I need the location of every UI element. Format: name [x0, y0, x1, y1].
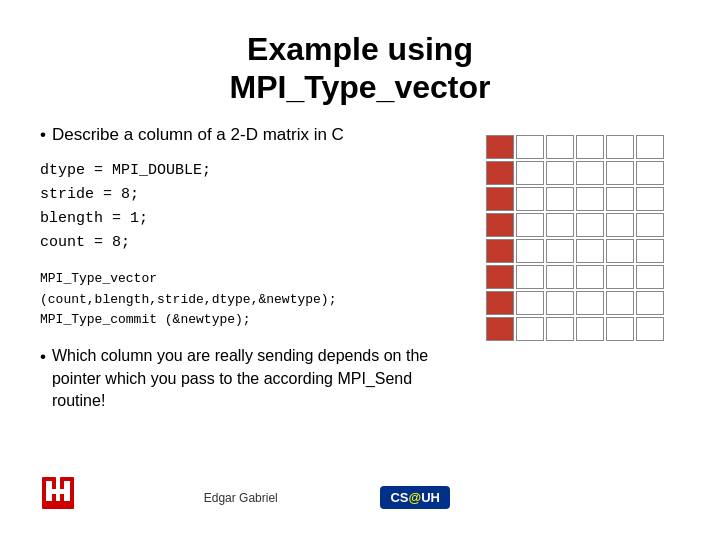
content-area: • Describe a column of a 2-D matrix in C… — [40, 125, 680, 520]
svg-rect-5 — [46, 489, 70, 494]
matrix-grid — [486, 135, 664, 341]
code-block: dtype = MPI_DOUBLE; stride = 8; blength … — [40, 159, 450, 255]
code-line-4: count = 8; — [40, 231, 450, 255]
grid-cell — [576, 213, 604, 237]
grid-cell — [516, 317, 544, 341]
author-text: Edgar Gabriel — [204, 491, 278, 505]
cs-uh-badge: CS@UH — [380, 486, 450, 509]
cs-text: CS — [390, 490, 408, 505]
grid-cell — [516, 135, 544, 159]
grid-cell — [546, 187, 574, 211]
grid-cell — [606, 213, 634, 237]
code-line-3: blength = 1; — [40, 207, 450, 231]
grid-cell — [516, 265, 544, 289]
grid-cell — [576, 135, 604, 159]
grid-cell — [606, 291, 634, 315]
code-line-1: dtype = MPI_DOUBLE; — [40, 159, 450, 183]
grid-cell — [606, 187, 634, 211]
grid-cell — [636, 239, 664, 263]
grid-cell — [486, 161, 514, 185]
grid-cell — [606, 161, 634, 185]
code-line-2: stride = 8; — [40, 183, 450, 207]
grid-cell — [516, 161, 544, 185]
grid-cell — [546, 317, 574, 341]
grid-cell — [486, 213, 514, 237]
bullet-1: • Describe a column of a 2-D matrix in C — [40, 125, 450, 145]
author-label: Edgar Gabriel — [204, 491, 278, 505]
grid-cell — [636, 291, 664, 315]
grid-cell — [606, 265, 634, 289]
grid-cell — [486, 317, 514, 341]
grid-cell — [606, 239, 634, 263]
bullet-1-text: Describe a column of a 2-D matrix in C — [52, 125, 344, 145]
grid-cell — [486, 291, 514, 315]
matrix-grid-container — [470, 125, 680, 520]
grid-cell — [636, 213, 664, 237]
at-text: @ — [409, 490, 422, 505]
grid-cell — [546, 161, 574, 185]
grid-cell — [486, 135, 514, 159]
grid-cell — [636, 265, 664, 289]
grid-cell — [546, 239, 574, 263]
slide-title: Example usingMPI_Type_vector — [40, 30, 680, 107]
grid-cell — [636, 135, 664, 159]
mpi-calls: MPI_Type_vector (count,blength,stride,dt… — [40, 269, 450, 331]
grid-cell — [576, 239, 604, 263]
uh-text: UH — [421, 490, 440, 505]
grid-cell — [606, 135, 634, 159]
grid-cell — [576, 291, 604, 315]
grid-cell — [576, 265, 604, 289]
grid-cell — [516, 213, 544, 237]
grid-cell — [546, 213, 574, 237]
bullet-dot-1: • — [40, 125, 46, 145]
grid-cell — [576, 317, 604, 341]
bullet-2-text: Which column you are really sending depe… — [52, 345, 450, 412]
grid-cell — [546, 291, 574, 315]
grid-cell — [516, 239, 544, 263]
grid-cell — [486, 187, 514, 211]
svg-rect-2 — [42, 501, 74, 509]
uh-logo — [40, 475, 95, 520]
grid-cell — [576, 161, 604, 185]
grid-cell — [516, 187, 544, 211]
grid-cell — [546, 265, 574, 289]
bullet-2: • Which column you are really sending de… — [40, 345, 450, 412]
grid-cell — [636, 161, 664, 185]
bullet-dot-2: • — [40, 345, 46, 369]
grid-cell — [486, 239, 514, 263]
grid-cell — [636, 317, 664, 341]
left-column: • Describe a column of a 2-D matrix in C… — [40, 125, 450, 520]
mpi-call-1: MPI_Type_vector (count,blength,stride,dt… — [40, 269, 450, 311]
grid-cell — [576, 187, 604, 211]
grid-cell — [486, 265, 514, 289]
grid-cell — [606, 317, 634, 341]
grid-cell — [636, 187, 664, 211]
slide: Example usingMPI_Type_vector • Describe … — [0, 0, 720, 540]
mpi-call-2: MPI_Type_commit (&newtype); — [40, 310, 450, 331]
grid-cell — [516, 291, 544, 315]
grid-cell — [546, 135, 574, 159]
footer: Edgar Gabriel CS@UH — [40, 470, 450, 520]
